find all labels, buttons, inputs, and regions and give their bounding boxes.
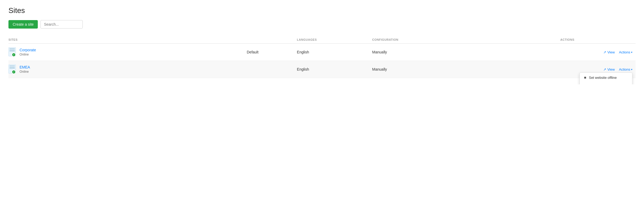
table-row: EMEA Online English Manually ↗ View Acti… (8, 61, 636, 78)
site-status-corporate: Online (20, 53, 36, 56)
search-input[interactable] (40, 20, 83, 29)
create-site-button[interactable]: Create a site (8, 20, 38, 29)
menu-item-properties[interactable]: 📋 Properties (580, 82, 632, 84)
menu-label-set-offline: Set website offline (589, 76, 617, 80)
site-icon-corporate (8, 47, 17, 57)
site-status-emea: Online (20, 70, 30, 74)
col-header-default (247, 36, 297, 44)
external-link-icon: ↗ (603, 50, 606, 54)
actions-dropdown-corporate: Actions ▾ (619, 50, 632, 54)
col-header-configuration: CONFIGURATION (372, 36, 560, 44)
site-info-emea: EMEA Online (20, 65, 30, 74)
caret-icon: ▾ (631, 51, 632, 54)
col-header-sites: SITES (8, 36, 247, 44)
toolbar: Create a site (8, 20, 636, 29)
external-link-icon: ↗ (603, 67, 606, 71)
page-title: Sites (8, 6, 636, 15)
actions-dropdown-emea: Actions ▾ ■ Set website offline 📋 Pro (619, 67, 632, 71)
sites-table: SITES LANGUAGES CONFIGURATION ACTIONS Co… (8, 36, 636, 78)
emea-actions-menu: ■ Set website offline 📋 Properties ⚙ Con… (580, 72, 632, 84)
site-icon-emea (8, 65, 17, 74)
table-row: Corporate Online Default English Manuall… (8, 44, 636, 61)
menu-item-set-offline[interactable]: ■ Set website offline (580, 73, 632, 82)
actions-button-corporate[interactable]: Actions ▾ (619, 50, 632, 54)
caret-icon-emea: ▾ (631, 68, 632, 71)
site-info-corporate: Corporate Online (20, 48, 36, 56)
col-header-languages: LANGUAGES (297, 36, 372, 44)
actions-button-emea[interactable]: Actions ▾ (619, 67, 632, 71)
site-config-emea: Manually (372, 61, 560, 78)
site-default-corporate: Default (247, 44, 297, 61)
site-config-corporate: Manually (372, 44, 560, 61)
site-name-link-corporate[interactable]: Corporate (20, 48, 36, 52)
col-header-actions: ACTIONS (560, 36, 636, 44)
site-name-link-emea[interactable]: EMEA (20, 65, 30, 69)
view-link-emea[interactable]: ↗ View (603, 67, 615, 71)
set-offline-icon: ■ (584, 75, 586, 80)
site-language-corporate: English (297, 44, 372, 61)
view-link-corporate[interactable]: ↗ View (603, 50, 615, 54)
site-language-emea: English (297, 61, 372, 78)
site-default-emea (247, 61, 297, 78)
